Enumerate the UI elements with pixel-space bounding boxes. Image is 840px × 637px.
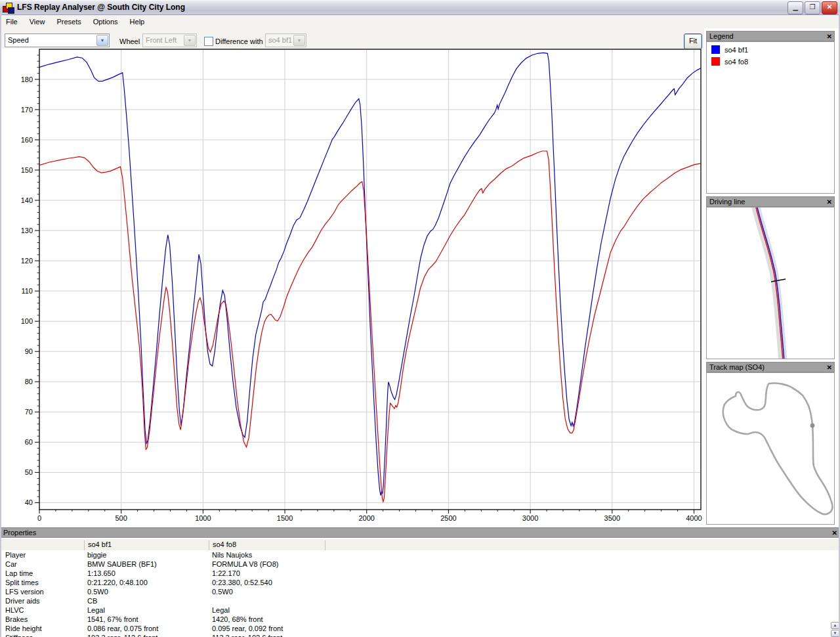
- row-value: 1:13.650: [87, 569, 116, 578]
- row-value: CB: [87, 596, 97, 605]
- row-label: Ride height: [5, 624, 42, 633]
- table-row[interactable]: PlayerbiggieNils Naujoks: [0, 550, 840, 560]
- table-row[interactable]: Stiffness103.3 rear, 112.6 front113.3 re…: [0, 633, 840, 637]
- mode-select[interactable]: Speed ▼: [5, 33, 110, 47]
- row-value: 0.5W0: [87, 587, 108, 596]
- properties-scrollbar[interactable]: ▲ ▼: [831, 622, 839, 637]
- legend-panel: Legend ✕ so4 bf1so4 fo8: [706, 31, 835, 194]
- driving-line-view: [707, 208, 834, 359]
- speed-chart-area[interactable]: 4050607080901001101201301401501601701800…: [0, 49, 704, 525]
- y-tick-label: 110: [21, 287, 33, 295]
- table-row[interactable]: Brakes1541, 67% front1420, 68% front: [0, 615, 840, 624]
- table-row[interactable]: HLVCLegalLegal: [0, 605, 840, 615]
- y-tick-label: 180: [21, 76, 33, 83]
- legend-item[interactable]: so4 fo8: [707, 54, 834, 66]
- row-value: 0.5W0: [212, 587, 233, 596]
- legend-items: so4 bf1so4 fo8: [706, 41, 835, 194]
- properties-table: PlayerbiggieNils NaujoksCarBMW SAUBER (B…: [0, 550, 840, 637]
- x-tick-label: 0: [37, 514, 41, 522]
- chevron-down-icon[interactable]: ▼: [96, 35, 108, 46]
- row-label: Stiffness: [5, 633, 33, 637]
- row-value: FORMULA V8 (FO8): [212, 560, 278, 569]
- series-line-so4-bf1: [39, 53, 701, 495]
- row-value: 0:23.380, 0:52.540: [212, 578, 272, 587]
- scroll-up-icon[interactable]: ▲: [831, 622, 839, 629]
- row-value: biggie: [87, 550, 106, 560]
- row-value: 0.095 rear, 0.092 front: [212, 624, 283, 633]
- difference-checkbox[interactable]: [204, 37, 213, 46]
- row-value: 0:21.220, 0:48.100: [87, 578, 148, 587]
- menu-item-help[interactable]: Help: [124, 15, 151, 28]
- chevron-down-icon: ▼: [293, 35, 305, 46]
- row-value: 0.086 rear, 0.075 front: [87, 624, 158, 633]
- row-value: Legal: [212, 605, 230, 615]
- driving-line-panel-title: Driving line: [709, 198, 745, 206]
- properties-header: Properties ✕: [0, 527, 840, 538]
- difference-select: so4 bf1 ▼: [265, 33, 306, 47]
- track-outline: [723, 383, 833, 514]
- y-tick-label: 90: [25, 347, 33, 355]
- table-row[interactable]: Ride height0.086 rear, 0.075 front0.095 …: [0, 624, 840, 633]
- app-icon: [3, 2, 13, 12]
- close-icon[interactable]: ✕: [827, 32, 832, 41]
- restore-button[interactable]: ❐: [805, 1, 820, 14]
- difference-select-value: so4 bf1: [268, 36, 292, 44]
- close-icon[interactable]: ✕: [827, 198, 832, 206]
- speed-chart[interactable]: 4050607080901001101201301401501601701800…: [0, 49, 704, 525]
- row-label: Driver aids: [5, 596, 40, 605]
- y-tick-label: 140: [21, 196, 33, 204]
- track-band: [755, 208, 783, 359]
- y-tick-label: 170: [21, 106, 33, 114]
- x-tick-label: 2500: [440, 514, 456, 522]
- row-label: Car: [5, 560, 17, 569]
- table-row[interactable]: Split times0:21.220, 0:48.1000:23.380, 0…: [0, 578, 840, 587]
- menu-item-view[interactable]: View: [24, 15, 51, 28]
- x-tick-label: 1000: [195, 514, 211, 522]
- menu-item-presets[interactable]: Presets: [51, 15, 87, 28]
- track-map-view: [707, 373, 834, 524]
- minimize-button[interactable]: ▁: [788, 1, 803, 14]
- wheel-label: Wheel: [119, 37, 140, 45]
- row-value: 103.3 rear, 112.6 front: [87, 633, 158, 637]
- legend-item[interactable]: so4 bf1: [707, 42, 834, 54]
- y-tick-label: 70: [25, 408, 33, 416]
- table-row[interactable]: Lap time1:13.6501:22.170: [0, 569, 840, 578]
- row-label: Brakes: [5, 615, 28, 624]
- properties-column-header: so4 bf1 so4 fo8: [0, 539, 840, 551]
- y-tick-label: 60: [25, 438, 33, 446]
- track-map-panel-title: Track map (SO4): [709, 363, 765, 371]
- row-value: 1541, 67% front: [87, 615, 138, 624]
- close-icon[interactable]: ✕: [827, 363, 832, 372]
- x-tick-label: 3000: [522, 514, 538, 522]
- wheel-select-value: Front Left: [146, 36, 177, 44]
- mode-select-value: Speed: [8, 36, 29, 44]
- row-value: 1:22.170: [212, 569, 240, 578]
- y-tick-label: 100: [21, 317, 33, 325]
- window-title: LFS Replay Analyser @ South City City Lo…: [17, 3, 185, 12]
- row-value: BMW SAUBER (BF1): [87, 560, 157, 569]
- menu-item-file[interactable]: File: [0, 15, 24, 28]
- row-label: Split times: [5, 578, 39, 587]
- table-row[interactable]: CarBMW SAUBER (BF1)FORMULA V8 (FO8): [0, 560, 840, 569]
- legend-label: so4 bf1: [724, 46, 748, 54]
- title-bar: LFS Replay Analyser @ South City City Lo…: [0, 0, 840, 15]
- wheel-select: Front Left ▼: [142, 33, 197, 47]
- row-label: Player: [5, 550, 26, 560]
- scroll-down-icon[interactable]: ▼: [831, 630, 839, 637]
- track-map-panel: Track map (SO4) ✕: [706, 362, 835, 525]
- row-label: HLVC: [5, 605, 24, 615]
- properties-title: Properties: [3, 529, 36, 537]
- menu-item-options[interactable]: Options: [87, 15, 124, 28]
- y-tick-label: 120: [21, 257, 33, 265]
- row-label: LFS version: [5, 587, 44, 596]
- chevron-down-icon: ▼: [184, 35, 196, 46]
- x-tick-label: 1500: [277, 514, 293, 522]
- close-icon[interactable]: ✕: [832, 529, 837, 537]
- fit-button[interactable]: Fit: [684, 33, 702, 49]
- x-tick-label: 2000: [358, 514, 374, 522]
- x-tick-label: 500: [116, 514, 127, 522]
- table-row[interactable]: LFS version0.5W00.5W0: [0, 587, 840, 596]
- table-row[interactable]: Driver aidsCB: [0, 596, 840, 605]
- close-button[interactable]: ✕: [822, 1, 837, 14]
- y-tick-label: 160: [21, 136, 33, 144]
